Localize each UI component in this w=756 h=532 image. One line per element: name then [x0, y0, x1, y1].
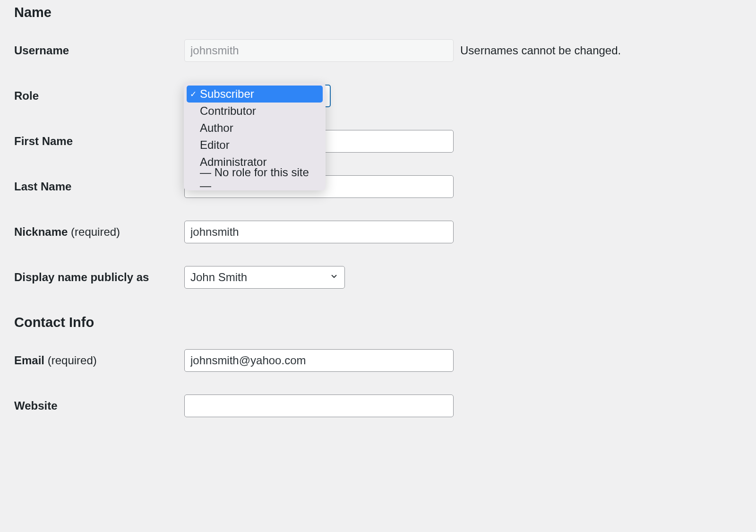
role-option-contributor[interactable]: Contributor	[187, 103, 323, 120]
email-required-text: (required)	[44, 354, 97, 367]
username-row: Username Usernames cannot be changed.	[14, 39, 742, 62]
last-name-label: Last Name	[14, 180, 184, 193]
role-option-label: Subscriber	[200, 87, 254, 101]
role-option-label: Author	[200, 121, 233, 135]
display-name-label: Display name publicly as	[14, 271, 184, 284]
email-label: Email (required)	[14, 354, 184, 367]
role-option-author[interactable]: Author	[187, 120, 323, 137]
nickname-required-text: (required)	[68, 225, 120, 238]
check-icon: ✓	[190, 89, 197, 99]
role-option-editor[interactable]: Editor	[187, 137, 323, 154]
username-label: Username	[14, 44, 184, 57]
role-select[interactable]: ✓ Subscriber Contributor Author Editor A…	[184, 85, 331, 107]
role-option-label: Contributor	[200, 104, 256, 118]
username-hint: Usernames cannot be changed.	[460, 44, 621, 57]
role-row: Role ✓ Subscriber Contributor Author Edi…	[14, 85, 742, 107]
first-name-label: First Name	[14, 135, 184, 148]
last-name-row: Last Name	[14, 175, 742, 198]
display-name-select[interactable]: John Smith	[184, 266, 345, 289]
role-option-label: Editor	[200, 138, 230, 152]
name-section-heading: Name	[14, 5, 742, 20]
nickname-label: Nickname (required)	[14, 225, 184, 239]
website-row: Website	[14, 395, 742, 417]
display-name-select-wrapper: John Smith	[184, 266, 345, 289]
website-label: Website	[14, 399, 184, 412]
website-input[interactable]	[184, 395, 454, 417]
email-label-text: Email	[14, 354, 44, 367]
nickname-input[interactable]	[184, 221, 454, 243]
role-label: Role	[14, 89, 184, 103]
username-input	[184, 39, 454, 62]
display-name-row: Display name publicly as John Smith	[14, 266, 742, 289]
role-option-label: — No role for this site —	[200, 166, 319, 192]
email-input[interactable]	[184, 349, 454, 372]
nickname-row: Nickname (required)	[14, 221, 742, 243]
nickname-label-text: Nickname	[14, 225, 68, 238]
role-option-subscriber[interactable]: ✓ Subscriber	[187, 86, 323, 103]
email-row: Email (required)	[14, 349, 742, 372]
first-name-row: First Name	[14, 130, 742, 153]
contact-info-section-heading: Contact Info	[14, 315, 742, 330]
role-option-no-role[interactable]: — No role for this site —	[187, 171, 323, 188]
role-dropdown-menu: ✓ Subscriber Contributor Author Editor A…	[184, 83, 326, 190]
